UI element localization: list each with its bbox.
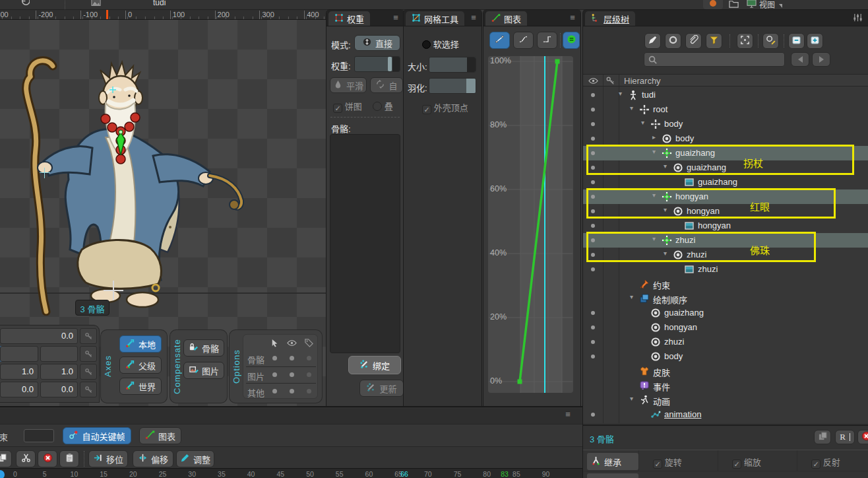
- playhead-handle[interactable]: [0, 470, 5, 478]
- feather-slider[interactable]: [429, 78, 476, 94]
- collapse-all-button[interactable]: [788, 33, 805, 49]
- translate-y-field[interactable]: [40, 346, 78, 362]
- visibility-dot[interactable]: [591, 267, 595, 271]
- tree-row-事件[interactable]: 事件: [583, 378, 868, 393]
- auto-key-button[interactable]: 自动关键帧: [63, 427, 131, 444]
- chevron-down-icon[interactable]: ▾: [652, 148, 656, 155]
- frame-ruler[interactable]: 0510152025303540455055606570758085906683: [0, 468, 583, 478]
- curve-stepped-button[interactable]: [537, 32, 557, 49]
- match-button[interactable]: [563, 32, 580, 49]
- visibility-dot[interactable]: [591, 93, 595, 97]
- weight-slider-handle[interactable]: [388, 57, 392, 71]
- attach-button[interactable]: [685, 33, 702, 49]
- shear-y-field[interactable]: 0.0: [40, 382, 78, 397]
- tab-graph[interactable]: 图表: [485, 11, 527, 26]
- tree-row-皮肤[interactable]: 皮肤: [583, 364, 868, 378]
- rotate-key-button[interactable]: [80, 328, 97, 344]
- rename-button[interactable]: R: [835, 430, 855, 444]
- hull-checkbox[interactable]: ✓ 外壳顶点: [422, 101, 468, 114]
- tab-weights[interactable]: 权重: [328, 11, 370, 26]
- ghost-copy-button[interactable]: [814, 430, 831, 444]
- focus-selection-button[interactable]: [737, 33, 753, 49]
- tree-row-body[interactable]: ▸body: [583, 131, 868, 146]
- create-bone-button[interactable]: [644, 33, 661, 49]
- dopesheet-strip[interactable]: [0, 409, 583, 424]
- filter-button[interactable]: [706, 33, 722, 49]
- visibility-dot[interactable]: [591, 166, 595, 170]
- inherit-reflect-checkbox[interactable]: ✓ 反射: [811, 456, 840, 469]
- tab-mesh-tools[interactable]: 网格工具: [406, 11, 464, 26]
- chevron-down-icon[interactable]: ▾: [652, 191, 656, 199]
- overlay-checkbox[interactable]: 叠: [373, 100, 393, 112]
- visibility-dot[interactable]: [591, 108, 595, 112]
- offset-button[interactable]: 偏移: [133, 450, 173, 467]
- scale-x-field[interactable]: 1.0: [0, 364, 38, 380]
- tab-hierarchy[interactable]: 层级树: [585, 11, 635, 26]
- option-radio[interactable]: [307, 389, 311, 393]
- create-circle-button[interactable]: [665, 33, 681, 49]
- visibility-dot[interactable]: [591, 238, 595, 242]
- visibility-dot[interactable]: [591, 253, 595, 257]
- tree-row-guaizhang[interactable]: ▾guaizhang: [583, 160, 868, 175]
- filter-settings-icon[interactable]: [852, 13, 863, 20]
- option-radio[interactable]: [272, 389, 277, 393]
- graph-toggle-button[interactable]: 图表: [139, 427, 181, 444]
- pie-checkbox[interactable]: ✓ 饼图: [333, 100, 362, 113]
- scale-key-button[interactable]: [80, 364, 97, 380]
- delete-bone-button[interactable]: [857, 430, 868, 444]
- shear-key-button[interactable]: [80, 382, 97, 397]
- visibility-dot[interactable]: [591, 122, 595, 126]
- visibility-dot[interactable]: [591, 209, 595, 213]
- visibility-dot[interactable]: [591, 340, 595, 344]
- visibility-dot[interactable]: [591, 355, 595, 358]
- folder-icon[interactable]: [729, 0, 739, 10]
- view-menu[interactable]: 视图: [759, 0, 775, 10]
- translate-key-button[interactable]: [80, 346, 97, 362]
- tree-row-animation[interactable]: animation: [583, 407, 868, 422]
- chevron-right-icon[interactable]: ▸: [652, 133, 656, 141]
- delete-button[interactable]: [38, 450, 57, 467]
- paste-button[interactable]: [59, 450, 79, 467]
- mode-dropdown[interactable]: 直接: [354, 35, 400, 51]
- option-radio[interactable]: [290, 389, 294, 393]
- size-slider[interactable]: [429, 57, 476, 73]
- adjust-button[interactable]: 调整: [176, 450, 214, 467]
- image-file-icon[interactable]: [91, 0, 101, 9]
- tree-row-body[interactable]: ▾body: [583, 117, 868, 131]
- chevron-down-icon[interactable]: ▾: [664, 162, 667, 170]
- feather-slider-handle[interactable]: [466, 79, 476, 93]
- smooth-button[interactable]: 平滑: [330, 77, 367, 93]
- visibility-dot[interactable]: [591, 224, 595, 228]
- option-radio[interactable]: [307, 356, 311, 360]
- option-radio[interactable]: [307, 372, 311, 377]
- tree-row-绘制顺序[interactable]: ▾绘制顺序: [583, 291, 868, 306]
- curve-graph[interactable]: 100%80%60%40%20%0%: [483, 10, 580, 406]
- expand-all-button[interactable]: [807, 33, 823, 49]
- auto-button[interactable]: 自: [370, 77, 403, 93]
- inherit-scale-checkbox[interactable]: ✓ 缩放: [732, 456, 761, 469]
- visibility-dot[interactable]: [591, 195, 595, 199]
- find-edit-button[interactable]: [762, 33, 779, 49]
- option-radio[interactable]: [290, 356, 294, 360]
- chevron-down-icon[interactable]: ▾: [652, 235, 656, 242]
- undo-icon[interactable]: [20, 0, 30, 8]
- option-radio[interactable]: [272, 372, 277, 377]
- search-next-button[interactable]: [812, 52, 830, 67]
- curve-ease-button[interactable]: [513, 32, 534, 49]
- tree-row-zhuzi[interactable]: ▾zhuzi: [583, 233, 868, 248]
- cut-button[interactable]: [16, 450, 36, 467]
- compensate-bones-button[interactable]: 骨骼: [183, 339, 224, 357]
- tree-row-guaizhang[interactable]: ▾guaizhang: [583, 146, 868, 160]
- tree-row-guaizhang[interactable]: guaizhang: [583, 175, 868, 189]
- tree-row-zhuzi[interactable]: zhuzi: [583, 335, 868, 349]
- chevron-down-icon[interactable]: ▾: [630, 293, 633, 300]
- axes-local-button[interactable]: 本地: [119, 335, 162, 353]
- chevron-down-icon[interactable]: ▾: [630, 395, 633, 402]
- tree-row-hongyan[interactable]: ▾hongyan: [583, 189, 868, 204]
- tree-row-root[interactable]: ▾root: [583, 102, 868, 117]
- bind-button[interactable]: 绑定: [348, 356, 401, 374]
- option-radio[interactable]: [272, 356, 277, 360]
- scale-y-field[interactable]: 1.0: [40, 364, 78, 380]
- tree-row-zhuzi[interactable]: zhuzi: [583, 262, 868, 277]
- translate-x-field[interactable]: [0, 346, 38, 362]
